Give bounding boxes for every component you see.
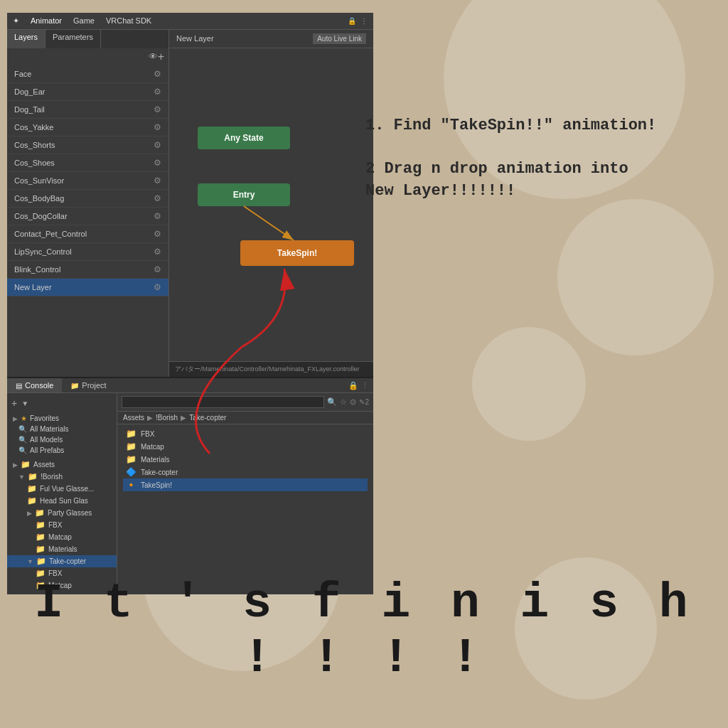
arrow-party: ▶ [27, 510, 32, 517]
tree-all-materials[interactable]: 🔍 All Materials [7, 424, 117, 434]
gear-icon-newlayer: ⚙ [154, 282, 161, 292]
project-content: 🔍 ☆ ⊙ ✎2 Assets ▶ !Borish ▶ Take-copter … [117, 393, 373, 594]
tree-borish[interactable]: ▼ 📁 !Borish [7, 471, 117, 483]
breadcrumb: Assets ▶ !Borish ▶ Take-copter [117, 412, 373, 424]
graph-path-bar: アバター/Mamehinata/Controller/Mamehinata_FX… [169, 361, 373, 377]
tree-headsun[interactable]: 📁 Head Sun Glas [7, 495, 117, 507]
tree-dropdown-icon: ▼ [21, 400, 28, 407]
layer-item-cosshorts[interactable]: Cos_Shorts ⚙ [7, 136, 168, 154]
tree-all-models[interactable]: 🔍 All Models [7, 434, 117, 445]
layer-item-lipsync[interactable]: LipSync_Control ⚙ [7, 243, 168, 261]
instruction-2a: 2 Drag n drop animation into New Layer!!… [365, 159, 714, 203]
tree-fulvue[interactable]: 📁 Ful Vue Glasse... [7, 483, 117, 495]
assets-folder-icon: 📁 [21, 460, 31, 469]
tree-party-fbx[interactable]: 📁 FBX [7, 519, 117, 531]
file-takespin[interactable]: 🔸 TakeSpin! [123, 478, 368, 491]
project-icon: 📁 [70, 382, 79, 390]
animator-star-icon: ✦ [13, 16, 19, 26]
bg-circle-3 [472, 327, 586, 441]
lock-icon: 🔒 [348, 17, 356, 25]
headsun-folder-icon: 📁 [27, 496, 37, 505]
graph-panel: New Layer Auto Live Link Any State Entry… [169, 30, 373, 377]
layer-item-newlayer[interactable]: New Layer ⚙ [7, 279, 168, 296]
gear-icon-face: ⚙ [154, 69, 161, 79]
gear-icon-cossunvisor: ⚙ [154, 176, 161, 186]
graph-header: New Layer Auto Live Link [169, 30, 373, 48]
menu-game[interactable]: Game [73, 16, 95, 25]
layer-tabs: Layers Parameters [7, 30, 168, 48]
left-panel: Layers Parameters 👁 + Face ⚙ Dog_Ear ⚙ D… [7, 30, 169, 377]
tab-console[interactable]: ▤ Console [7, 378, 62, 392]
breadcrumb-take-copter[interactable]: Take-copter [189, 414, 226, 422]
tab-layers[interactable]: Layers [7, 30, 46, 48]
anim-icon: 🔸 [126, 480, 136, 490]
layer-item-cossunvisor[interactable]: Cos_SunVisor ⚙ [7, 172, 168, 190]
fulvue-folder-icon: 📁 [27, 484, 37, 493]
breadcrumb-borish[interactable]: !Borish [156, 414, 178, 422]
layer-item-blink[interactable]: Blink_Control ⚙ [7, 261, 168, 279]
state-entry[interactable]: Entry [198, 183, 290, 206]
take-folder-icon: 📁 [36, 557, 46, 566]
borish-folder-icon: 📁 [28, 472, 38, 481]
unity-window: ✦ Animator Game VRChat SDK 🔒 ⋮ Layers Pa… [7, 13, 373, 553]
state-takespin[interactable]: TakeSpin! [240, 240, 354, 266]
gear-icon-cosdogcollar: ⚙ [154, 211, 161, 221]
search-options-icon: ⊙ [350, 397, 356, 407]
layer-item-cosbodybag[interactable]: Cos_BodyBag ⚙ [7, 190, 168, 208]
layer-item-cosyakke[interactable]: Cos_Yakke ⚙ [7, 119, 168, 136]
console-icon: ▤ [16, 382, 22, 390]
gear-icon-cosyakke: ⚙ [154, 122, 161, 132]
animator-area: Layers Parameters 👁 + Face ⚙ Dog_Ear ⚙ D… [7, 30, 373, 377]
menu-animator[interactable]: Animator [31, 16, 62, 25]
script-icon: 🔷 [126, 467, 136, 477]
matcap-folder-icon: 📁 [126, 441, 136, 451]
breadcrumb-assets[interactable]: Assets [123, 414, 144, 422]
menu-bar: ✦ Animator Game VRChat SDK 🔒 ⋮ [7, 13, 373, 30]
tab-project[interactable]: 📁 Project [62, 378, 114, 392]
bg-circle-2 [557, 199, 714, 355]
tree-party-matcap[interactable]: 📁 Matcap [7, 531, 117, 543]
layer-item-face[interactable]: Face ⚙ [7, 65, 168, 83]
layer-item-dogtail[interactable]: Dog_Tail ⚙ [7, 101, 168, 119]
file-matcap[interactable]: 📁 Matcap [123, 440, 368, 453]
party-folder-icon: 📁 [35, 508, 45, 518]
instructions: 1. Find "TakeSpin!!" animation! 2 Drag n… [365, 114, 714, 203]
arrow-assets: ▶ [13, 461, 18, 469]
file-materials[interactable]: 📁 Materials [123, 453, 368, 466]
auto-live-button[interactable]: Auto Live Link [313, 33, 366, 44]
file-take-copter-script[interactable]: 🔷 Take-copter [123, 466, 368, 478]
project-search-input[interactable] [122, 396, 324, 408]
tree-add-button[interactable]: + [11, 397, 17, 409]
search-icons: 🔍 ☆ ⊙ ✎2 [327, 397, 369, 407]
tab-parameters[interactable]: Parameters [46, 30, 101, 48]
gear-icon-contactpet: ⚙ [154, 229, 161, 239]
state-any-state[interactable]: Any State [198, 127, 290, 149]
graph-path-text: アバター/Mamehinata/Controller/Mamehinata_FX… [175, 365, 360, 374]
gear-icon-blink: ⚙ [154, 264, 161, 274]
gear-icon-cosshoes: ⚙ [154, 158, 161, 168]
menu-vrchat[interactable]: VRChat SDK [106, 16, 151, 25]
tree-party-materials[interactable]: 📁 Materials [7, 543, 117, 555]
menu-dots-icon: ⋮ [360, 17, 368, 25]
layer-item-cosdogcollar[interactable]: Cos_DogCollar ⚙ [7, 208, 168, 225]
star-icon: ★ [21, 414, 27, 422]
gear-icon-lipsync: ⚙ [154, 247, 161, 257]
bottom-tabs: ▤ Console 📁 Project 🔒 ⋮ [7, 378, 373, 393]
tree-favorites[interactable]: ▶ ★ Favorites [7, 413, 117, 424]
tree-partyglasses[interactable]: ▶ 📁 Party Glasses [7, 507, 117, 519]
arrow-borish: ▼ [18, 473, 25, 481]
file-fbx[interactable]: 📁 FBX [123, 427, 368, 440]
instruction-1: 1. Find "TakeSpin!!" animation! [365, 114, 714, 137]
layer-item-dogear[interactable]: Dog_Ear ⚙ [7, 83, 168, 101]
tree-take-copter[interactable]: ▼ 📁 Take-copter [7, 555, 117, 567]
tree-all-prefabs[interactable]: 🔍 All Prefabs [7, 445, 117, 456]
layer-list: Face ⚙ Dog_Ear ⚙ Dog_Tail ⚙ Cos_Yakke ⚙ … [7, 65, 168, 377]
layer-item-cosshoes[interactable]: Cos_Shoes ⚙ [7, 154, 168, 172]
graph-canvas[interactable]: Any State Entry TakeSpin! [169, 48, 373, 361]
favorites-section: ▶ ★ Favorites 🔍 All Materials 🔍 All Mode… [7, 413, 117, 456]
tree-assets[interactable]: ▶ 📁 Assets [7, 459, 117, 471]
gear-icon-dogtail: ⚙ [154, 105, 161, 114]
graph-title: New Layer [176, 34, 214, 43]
layer-item-contactpet[interactable]: Contact_Pet_Control ⚙ [7, 225, 168, 243]
add-layer-button[interactable]: + [158, 51, 164, 63]
